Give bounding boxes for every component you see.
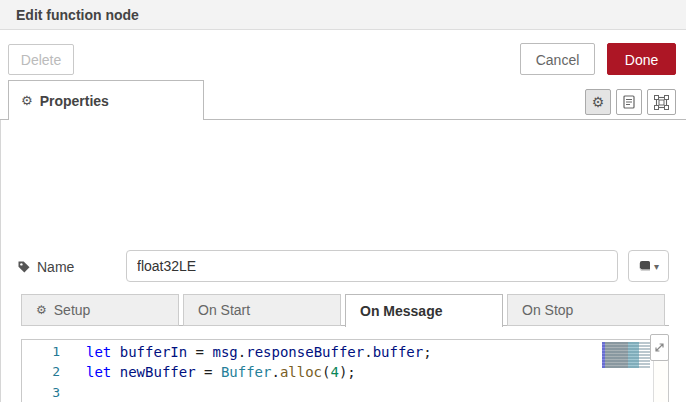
gear-icon: ⚙ [36,303,47,317]
gear-icon: ⚙ [21,93,33,108]
node-docs-button[interactable] [616,89,642,115]
properties-tab-label: Properties [40,93,109,109]
tab-setup[interactable]: ⚙Setup [21,294,179,326]
tab-label: Setup [54,302,91,318]
minimap[interactable] [602,342,650,368]
expand-editor-button[interactable] [650,334,669,361]
tag-icon [17,260,31,274]
delete-button[interactable]: Delete [8,44,74,75]
tab-on-message[interactable]: On Message [345,294,503,327]
done-button[interactable]: Done [607,43,676,75]
form-area: Name ▾ ⚙SetupOn StartOn MessageOn Stop 1… [0,120,686,402]
code-line: 1let bufferIn = msg.responseBuffer.buffe… [22,342,669,362]
dialog-button-row: Delete Cancel Done [0,31,686,80]
dialog-header: Edit function node [0,0,686,30]
code-text: let newBuffer = Buffer.alloc(4); [86,362,356,382]
line-number: 2 [22,362,60,382]
code-line: 3 [22,383,669,402]
name-label-text: Name [37,259,74,275]
code-lines: 1let bufferIn = msg.responseBuffer.buffe… [22,342,669,402]
book-icon [638,260,651,272]
selection-frame-icon [654,95,669,110]
tab-label: On Stop [522,302,573,318]
tab-label: On Message [360,303,442,319]
line-number: 3 [22,383,60,402]
function-tabs: ⚙SetupOn StartOn MessageOn Stop [21,294,669,326]
gear-icon: ⚙ [592,94,605,110]
select-frame-button[interactable] [647,89,676,115]
tab-on-start[interactable]: On Start [183,294,341,326]
code-editor[interactable]: 1let bufferIn = msg.responseBuffer.buffe… [21,339,669,402]
line-number: 1 [22,342,60,362]
name-input[interactable] [126,250,618,282]
edit-function-node-dialog: Edit function node Delete Cancel Done ⚙ … [0,0,686,402]
tab-label: On Start [198,302,250,318]
library-dropdown-button[interactable]: ▾ [628,250,669,282]
chevron-down-icon: ▾ [654,261,659,272]
code-line: 2let newBuffer = Buffer.alloc(4); [22,362,669,382]
document-icon [623,95,635,109]
tab-properties[interactable]: ⚙ Properties [8,80,204,120]
expand-icon [654,342,665,353]
code-text: let bufferIn = msg.responseBuffer.buffer… [86,342,432,362]
tab-on-stop[interactable]: On Stop [507,294,665,326]
cancel-button[interactable]: Cancel [520,43,595,75]
name-label: Name [17,259,74,275]
dialog-title: Edit function node [16,0,139,30]
editor-settings-button[interactable]: ⚙ [585,89,611,115]
properties-tab-row: ⚙ Properties ⚙ [0,80,686,120]
